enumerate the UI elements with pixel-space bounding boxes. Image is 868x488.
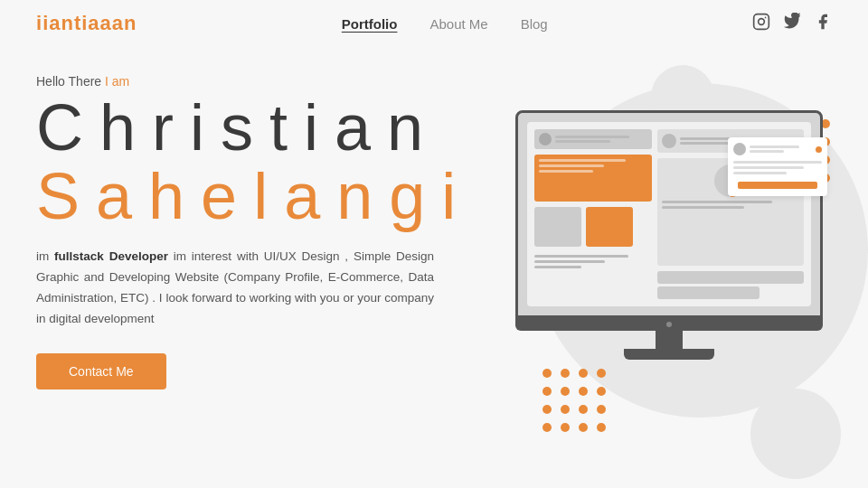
dot bbox=[542, 387, 552, 396]
twitter-icon[interactable] bbox=[783, 13, 801, 35]
social-icons bbox=[752, 13, 832, 35]
svg-rect-0 bbox=[754, 14, 769, 29]
dot bbox=[542, 423, 552, 432]
bio-text: im fullstack Developer im interest with … bbox=[36, 247, 434, 330]
screen-line bbox=[662, 201, 772, 203]
name-first: Christian bbox=[36, 94, 506, 163]
dot bbox=[597, 405, 606, 414]
screen-avatar bbox=[539, 133, 552, 145]
dot bbox=[579, 423, 588, 432]
fc-line bbox=[733, 172, 787, 174]
svg-point-2 bbox=[765, 16, 767, 18]
dot bbox=[561, 405, 570, 414]
navbar: iiantiaaan Portfolio About Me Blog bbox=[0, 0, 868, 47]
floating-card bbox=[728, 137, 827, 196]
fc-line bbox=[733, 166, 804, 169]
monitor-bezel bbox=[515, 318, 823, 331]
dot bbox=[597, 387, 606, 396]
contact-button[interactable]: Contact Me bbox=[36, 353, 166, 389]
logo: iiantiaaan bbox=[36, 12, 137, 35]
fc-avatar bbox=[733, 143, 746, 155]
dot bbox=[561, 423, 570, 432]
name-last: Sahelangi bbox=[36, 163, 506, 231]
dot bbox=[579, 405, 588, 414]
dot bbox=[579, 369, 588, 378]
dot bbox=[561, 369, 570, 378]
nav-about[interactable]: About Me bbox=[429, 16, 487, 32]
hero-illustration bbox=[506, 65, 832, 488]
dot bbox=[561, 387, 570, 396]
hero-section: Hello There I am Christian Sahelangi im … bbox=[0, 47, 868, 488]
screen-line bbox=[534, 255, 628, 258]
screen-line bbox=[555, 140, 610, 143]
screen-bottom-bar-1 bbox=[657, 271, 804, 284]
instagram-icon[interactable] bbox=[752, 13, 770, 35]
chart-lines bbox=[662, 201, 799, 209]
dot bbox=[597, 369, 606, 378]
dot bbox=[542, 369, 552, 378]
greeting: Hello There I am bbox=[36, 74, 506, 89]
screen-orange-small-card bbox=[586, 207, 633, 247]
monitor-power-dot bbox=[666, 322, 672, 327]
screen-profile-bar bbox=[534, 129, 652, 149]
dot-grid-bottom-left bbox=[542, 369, 608, 434]
screen-line bbox=[539, 164, 604, 167]
screen-line bbox=[534, 266, 581, 268]
fc-lines bbox=[750, 145, 812, 153]
screen-orange-card bbox=[534, 155, 652, 202]
svg-point-1 bbox=[759, 18, 765, 24]
screen-right-avatar bbox=[662, 134, 676, 148]
monitor-stand-base bbox=[624, 349, 714, 360]
screen-profile-lines bbox=[555, 136, 647, 143]
facebook-icon[interactable] bbox=[814, 13, 832, 35]
dot bbox=[579, 387, 588, 396]
screen-line bbox=[555, 136, 629, 138]
monitor-stand-neck bbox=[656, 331, 683, 349]
dot bbox=[597, 423, 606, 432]
nav-portfolio[interactable]: Portfolio bbox=[342, 16, 398, 32]
screen-card-row bbox=[534, 207, 652, 247]
fc-content-lines bbox=[733, 158, 822, 177]
hero-content: Hello There I am Christian Sahelangi im … bbox=[36, 65, 506, 389]
fc-line bbox=[733, 161, 822, 164]
dot bbox=[542, 405, 552, 414]
fc-line bbox=[750, 150, 784, 153]
nav-blog[interactable]: Blog bbox=[521, 16, 548, 32]
screen-line bbox=[534, 260, 605, 263]
floating-card-row-1 bbox=[733, 143, 822, 155]
bg-circle-small-bottom bbox=[750, 389, 841, 479]
screen-line bbox=[662, 206, 744, 209]
screen-bottom-rows bbox=[657, 271, 804, 299]
screen-line bbox=[539, 159, 626, 162]
fc-orange-bar bbox=[738, 182, 817, 189]
fc-dot bbox=[816, 146, 822, 153]
screen-bottom-bar-2 bbox=[657, 286, 760, 299]
screen-left-col bbox=[534, 129, 652, 299]
nav-links: Portfolio About Me Blog bbox=[342, 16, 548, 32]
screen-lines-area bbox=[534, 252, 652, 271]
greeting-accent: I am bbox=[105, 74, 129, 89]
fc-line bbox=[750, 145, 799, 148]
screen-line bbox=[539, 170, 593, 173]
screen-gray-card bbox=[534, 207, 581, 247]
